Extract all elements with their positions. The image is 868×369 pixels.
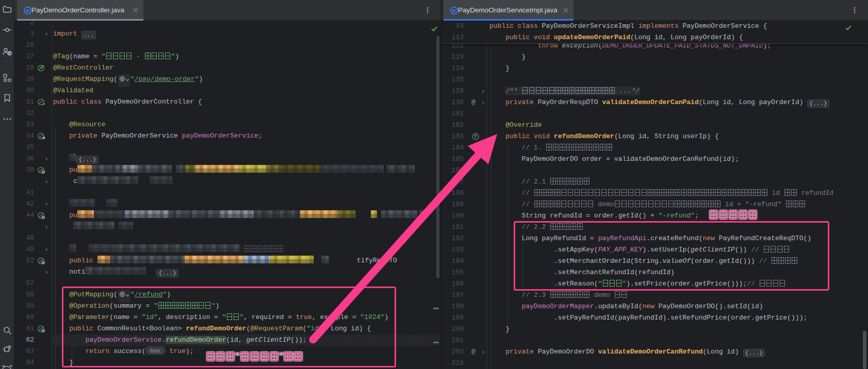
svg-text:C: C: [26, 8, 29, 13]
svg-text:C: C: [452, 8, 456, 13]
svg-text:?: ?: [8, 52, 11, 56]
